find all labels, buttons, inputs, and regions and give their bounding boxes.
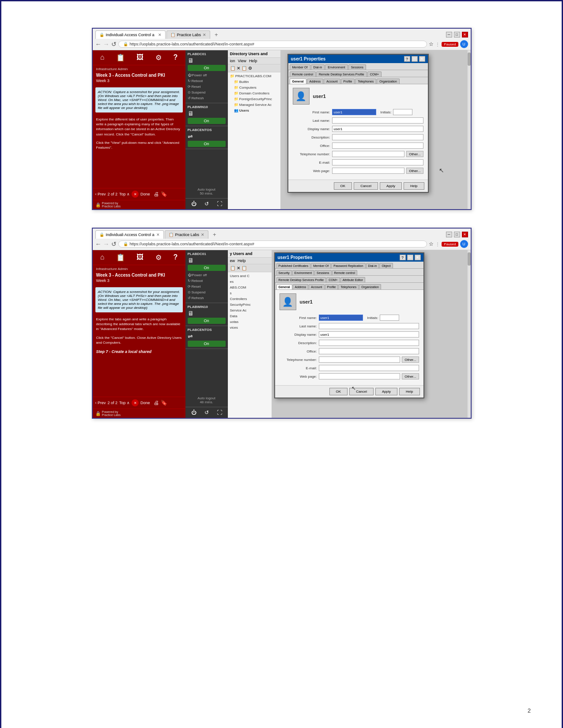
tab-general-2[interactable]: General bbox=[276, 284, 292, 289]
vm-dc01-status-1[interactable]: On bbox=[188, 65, 226, 71]
dir-menu-help-2[interactable]: Help bbox=[238, 259, 246, 263]
dir-item-builtin[interactable]: 📁 Builtin bbox=[228, 79, 280, 85]
apply-btn-2[interactable]: Apply bbox=[375, 388, 397, 395]
vm-expand-icon-1[interactable]: ⛶ bbox=[217, 201, 222, 207]
dir-menu-help-1[interactable]: Help bbox=[249, 59, 257, 63]
vm-dc01-status-2[interactable]: On bbox=[188, 265, 226, 271]
forward-btn-2[interactable]: → bbox=[103, 240, 110, 248]
tab-com-1[interactable]: COM+ bbox=[367, 71, 382, 77]
dir-icon-btn-1[interactable]: 📋 bbox=[230, 66, 235, 71]
vm-dc01-reset-2[interactable]: ⟳ Reset bbox=[188, 284, 226, 289]
webpage-input-2[interactable] bbox=[319, 373, 401, 379]
webpage-input-1[interactable] bbox=[332, 168, 405, 174]
win-minimize-1[interactable]: ─ bbox=[446, 32, 452, 38]
account-icon-2[interactable]: U bbox=[460, 240, 468, 248]
dir-item-svc[interactable]: Service Ac bbox=[228, 308, 272, 313]
dir-icon-btn-2[interactable]: ✕ bbox=[237, 66, 240, 71]
dir-menu-action-1[interactable]: ion bbox=[230, 59, 235, 63]
done-btn-2[interactable]: ✕ bbox=[132, 399, 139, 406]
dir-item-usersandc[interactable]: Users and C bbox=[228, 273, 272, 279]
photo-icon-1[interactable]: 🖼 bbox=[136, 53, 144, 62]
prev-btn-2[interactable]: ‹ Prev bbox=[95, 401, 106, 405]
tab-remctrl-2[interactable]: Remote control bbox=[332, 270, 357, 275]
dir-item-vices[interactable]: vices bbox=[228, 325, 272, 330]
tab-sessions-2[interactable]: Sessions bbox=[314, 270, 331, 275]
tab-general-active-1[interactable]: General bbox=[290, 79, 306, 84]
tab-memberof-1[interactable]: Member Of bbox=[290, 64, 310, 70]
menu-icon-2[interactable]: ⋮ bbox=[435, 242, 440, 247]
tab-org-2[interactable]: Organization bbox=[359, 284, 381, 289]
dir-item-quota[interactable]: uotas bbox=[228, 319, 272, 325]
vm-dc01-poweroff-2[interactable]: ⏻ Power off bbox=[188, 272, 226, 278]
vm-dc01-poweroff-1[interactable]: ⏻ Power off bbox=[188, 72, 226, 78]
new-tab-btn-2[interactable]: + bbox=[209, 230, 220, 239]
star-icon-2[interactable]: ☆ bbox=[429, 241, 434, 247]
tab-pwdrep-2[interactable]: Password Replication bbox=[331, 263, 365, 268]
dir-menu-view-2[interactable]: ew bbox=[230, 259, 235, 263]
dir-item-foreign[interactable]: 📁 ForeignSecurityPrinc bbox=[228, 96, 280, 102]
tab-close-2[interactable]: ✕ bbox=[203, 33, 206, 37]
description-input-2[interactable] bbox=[319, 340, 419, 346]
bookmark-icon-2[interactable]: 🔖 bbox=[161, 400, 167, 406]
tab-org-1[interactable]: Organization bbox=[377, 79, 400, 84]
tab-close-1[interactable]: ✕ bbox=[158, 33, 162, 37]
tab-object-2[interactable]: Object bbox=[379, 263, 393, 268]
dir-item-managed[interactable]: 📁 Managed Service Ac bbox=[228, 102, 280, 108]
dir-item-practicelabs[interactable]: 📁 PRACTICELABS.COM bbox=[228, 73, 280, 79]
tab-dialin-2[interactable]: Dial-in bbox=[366, 263, 379, 268]
webpage-other-btn-2[interactable]: Other... bbox=[402, 373, 419, 379]
done-btn-1[interactable]: ✕ bbox=[132, 191, 139, 198]
help-btn-dialog-2[interactable]: Help bbox=[399, 388, 419, 395]
tab-rdsp-1[interactable]: Remote Desktop Services Profile bbox=[316, 71, 367, 77]
lastname-input-2[interactable] bbox=[319, 323, 419, 329]
help-icon-1[interactable]: ? bbox=[173, 53, 178, 62]
displayname-input-1[interactable] bbox=[332, 126, 423, 132]
tab-close-2a[interactable]: ✕ bbox=[156, 233, 160, 237]
tab-attreditor-2[interactable]: Attribute Editor bbox=[340, 277, 365, 282]
tab-remctrl-1[interactable]: Remote control bbox=[290, 71, 316, 77]
vm-power-icon-2[interactable]: ⏻ bbox=[191, 409, 196, 416]
dir-item-computers[interactable]: 📁 Computers bbox=[228, 85, 280, 90]
vm-dc01-refresh-1[interactable]: ↺ Refresh bbox=[188, 95, 226, 101]
tab-dialin-1[interactable]: Dial-in bbox=[311, 64, 325, 70]
lastname-input-1[interactable] bbox=[332, 117, 423, 124]
telephone-input-1[interactable] bbox=[332, 151, 405, 157]
vm-win10-status-2[interactable]: On bbox=[188, 318, 226, 324]
gear-icon-1[interactable]: ⚙ bbox=[155, 53, 162, 62]
bookmark-icon-1[interactable]: 🔖 bbox=[161, 191, 167, 197]
print-icon-2[interactable]: 🖨 bbox=[154, 400, 159, 406]
tab-close-2b[interactable]: ✕ bbox=[201, 233, 204, 237]
star-icon-1[interactable]: ☆ bbox=[429, 41, 434, 47]
back-btn-1[interactable]: ← bbox=[95, 41, 102, 48]
gear-icon-2[interactable]: ⚙ bbox=[155, 253, 162, 262]
browser-tab-2a[interactable]: 🔒 Individuali Access Control and Pr ✕ bbox=[95, 230, 164, 239]
ok-btn-2[interactable]: OK bbox=[329, 388, 348, 395]
email-input-1[interactable] bbox=[332, 159, 423, 165]
tab-memberof-2[interactable]: Member Of bbox=[311, 263, 331, 268]
apply-btn-1[interactable]: Apply bbox=[380, 182, 402, 190]
vm-reload-icon-1[interactable]: ↺ bbox=[204, 201, 209, 207]
tab-security-2[interactable]: Security bbox=[276, 270, 292, 275]
dir-item-abs[interactable]: ABS.COM bbox=[228, 285, 272, 290]
win-maximize-1[interactable]: □ bbox=[454, 32, 460, 38]
address-bar-1[interactable]: 🔒 https://uoplabs.practice-labs.com/auth… bbox=[118, 41, 427, 48]
telephone-other-btn-2[interactable]: Other... bbox=[402, 356, 419, 363]
dialog-minimize-1[interactable]: ─ bbox=[412, 56, 418, 62]
browser-tab-2[interactable]: 📋 Practice Labs ✕ bbox=[166, 30, 211, 39]
description-input-1[interactable] bbox=[332, 134, 423, 140]
scrollbar-1[interactable] bbox=[467, 50, 471, 209]
help-btn-dialog-1[interactable]: Help bbox=[404, 182, 424, 190]
vm-dc01-refresh-2[interactable]: ↺ Refresh bbox=[188, 295, 226, 301]
vm-dc01-reboot-2[interactable]: ↻ Reboot bbox=[188, 278, 226, 284]
top-btn-1[interactable]: Top ∧ bbox=[119, 192, 130, 196]
dialog-minimize-2[interactable]: ─ bbox=[407, 255, 413, 260]
browser-tab-1[interactable]: 🔒 Individuali Access Control and Pr ✕ bbox=[95, 30, 166, 39]
dialog-help-btn-2[interactable]: ? bbox=[400, 255, 406, 260]
dir-item-ctrl[interactable]: Controllers bbox=[228, 296, 272, 302]
dir-menu-view-1[interactable]: View bbox=[238, 59, 246, 63]
print-icon-1[interactable]: 🖨 bbox=[154, 191, 159, 197]
menu-icon-1[interactable]: ⋮ bbox=[435, 42, 440, 47]
dialog-close-1[interactable]: ✕ bbox=[419, 56, 425, 62]
initials-input-1[interactable] bbox=[393, 109, 412, 115]
dir-item-users[interactable]: 👥 Users bbox=[228, 108, 280, 113]
